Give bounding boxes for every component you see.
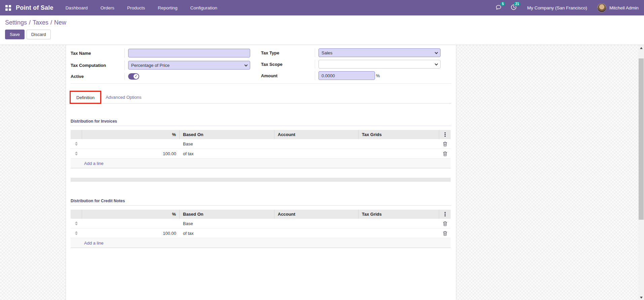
amount-label: Amount: [261, 71, 315, 80]
table-row[interactable]: 100.00 of tax: [71, 228, 451, 238]
delete-row-button[interactable]: [439, 221, 451, 226]
tax-grids-column-header[interactable]: Tax Grids: [358, 130, 439, 139]
drag-handle-icon[interactable]: [74, 152, 79, 156]
drag-handle-icon[interactable]: [74, 142, 79, 146]
chevron-down-icon: [435, 62, 438, 66]
nav-item-reporting[interactable]: Reporting: [158, 5, 178, 10]
invoices-table-header: % Based On Account Tax Grids: [71, 130, 451, 139]
arrow-down-icon: [640, 297, 643, 299]
percent-column-header[interactable]: %: [82, 130, 180, 139]
tax-type-cell: Sales: [315, 48, 451, 57]
account-column-header[interactable]: Account: [274, 130, 358, 139]
credit-notes-table: % Based On Account Tax Grids Base: [71, 210, 451, 248]
save-button[interactable]: Save: [5, 30, 25, 39]
tax-name-input[interactable]: [128, 49, 250, 57]
column-options-cell: [439, 130, 451, 139]
percent-column-header[interactable]: %: [82, 210, 180, 219]
based-on-cell[interactable]: of tax: [180, 151, 274, 156]
drag-handle-icon[interactable]: [74, 221, 79, 225]
percent-cell[interactable]: 100.00: [82, 231, 180, 236]
trash-icon: [443, 231, 447, 236]
table-row[interactable]: Base: [71, 139, 451, 149]
delete-row-button[interactable]: [439, 141, 451, 146]
control-panel: Settings/Taxes/New Save Discard: [0, 15, 644, 45]
amount-input[interactable]: [318, 71, 375, 80]
tax-scope-label: Tax Scope: [261, 60, 315, 69]
add-a-line-link[interactable]: Add a line: [84, 241, 104, 246]
based-on-cell[interactable]: Base: [180, 141, 274, 146]
based-on-column-header[interactable]: Based On: [180, 210, 274, 219]
toggle-check-icon: ✓: [134, 74, 139, 79]
scrollbar-thumb[interactable]: [639, 58, 644, 220]
trash-icon: [443, 151, 447, 156]
tax-grids-column-header[interactable]: Tax Grids: [358, 210, 439, 219]
trash-icon: [443, 141, 447, 146]
form-field-grid: Tax Name Tax Computation Percentage of P…: [71, 48, 451, 84]
discard-button[interactable]: Discard: [27, 30, 51, 39]
tax-scope-select[interactable]: [318, 60, 441, 69]
invoices-table: % Based On Account Tax Grids Base: [71, 130, 451, 168]
delete-row-button[interactable]: [439, 151, 451, 156]
breadcrumb: Settings/Taxes/New: [5, 19, 639, 26]
drag-handle-icon[interactable]: [74, 231, 79, 235]
account-column-header[interactable]: Account: [274, 210, 358, 219]
chevron-down-icon: [244, 63, 248, 67]
delete-row-button[interactable]: [439, 231, 451, 236]
navbar-right: 5 21 My Company (San Francisco) Mitchell…: [487, 3, 639, 12]
apps-grid-icon[interactable]: [5, 5, 11, 11]
tax-computation-value: Percentage of Price: [131, 63, 169, 68]
messages-button[interactable]: 5: [495, 4, 502, 11]
tax-name-label: Tax Name: [71, 48, 125, 58]
vertical-scrollbar[interactable]: [638, 45, 644, 300]
top-navbar: Point of Sale Dashboard Orders Products …: [0, 0, 644, 15]
handle-column-header: [71, 210, 82, 219]
breadcrumb-new: New: [54, 19, 66, 26]
tax-name-cell: [125, 49, 261, 57]
user-avatar: [597, 3, 606, 12]
control-panel-buttons: Save Discard: [5, 30, 639, 39]
active-label: Active: [71, 73, 125, 80]
activities-button[interactable]: 21: [510, 4, 517, 12]
tax-computation-cell: Percentage of Price: [125, 61, 261, 70]
nav-item-products[interactable]: Products: [127, 5, 145, 10]
tax-computation-select[interactable]: Percentage of Price: [128, 61, 250, 70]
tax-computation-label: Tax Computation: [71, 60, 125, 70]
chevron-down-icon: [435, 51, 438, 54]
nav-item-configuration[interactable]: Configuration: [190, 5, 217, 10]
tax-scope-cell: [315, 60, 451, 69]
app-name[interactable]: Point of Sale: [16, 4, 53, 11]
active-toggle[interactable]: ✓: [128, 73, 139, 80]
scrollbar-up-button[interactable]: [638, 45, 644, 51]
tax-type-label: Tax Type: [261, 48, 315, 57]
tax-type-select[interactable]: Sales: [318, 48, 441, 57]
credit-notes-section-title: Distribution for Credit Notes: [71, 199, 451, 206]
activities-badge: 21: [514, 2, 520, 6]
kebab-menu-icon[interactable]: [445, 132, 446, 137]
tab-definition[interactable]: Definition: [71, 92, 100, 103]
credit-notes-table-header: % Based On Account Tax Grids: [71, 210, 451, 219]
messages-badge: 5: [500, 2, 505, 6]
based-on-cell[interactable]: of tax: [180, 231, 274, 236]
active-cell: ✓: [125, 73, 261, 80]
breadcrumb-separator: /: [50, 19, 52, 26]
scrollbar-down-button[interactable]: [638, 295, 644, 300]
based-on-column-header[interactable]: Based On: [180, 130, 274, 139]
breadcrumb-taxes[interactable]: Taxes: [33, 19, 48, 26]
company-switcher[interactable]: My Company (San Francisco): [527, 5, 587, 10]
percent-cell[interactable]: 100.00: [82, 151, 180, 156]
based-on-cell[interactable]: Base: [180, 221, 274, 226]
breadcrumb-separator: /: [29, 19, 31, 26]
table-row[interactable]: Base: [71, 219, 451, 228]
table-row[interactable]: 100.00 of tax: [71, 149, 451, 159]
section-separator-bar: [71, 178, 451, 182]
nav-item-orders[interactable]: Orders: [101, 5, 114, 10]
nav-item-dashboard[interactable]: Dashboard: [66, 5, 88, 10]
kebab-menu-icon[interactable]: [445, 212, 446, 216]
form-sheet: Tax Name Tax Computation Percentage of P…: [66, 45, 456, 300]
tab-advanced-options[interactable]: Advanced Options: [100, 92, 147, 103]
breadcrumb-settings[interactable]: Settings: [5, 19, 27, 26]
amount-cell: %: [315, 71, 451, 80]
user-menu[interactable]: Mitchell Admin: [597, 3, 639, 12]
add-a-line-link[interactable]: Add a line: [84, 161, 104, 166]
trash-icon: [443, 221, 447, 226]
